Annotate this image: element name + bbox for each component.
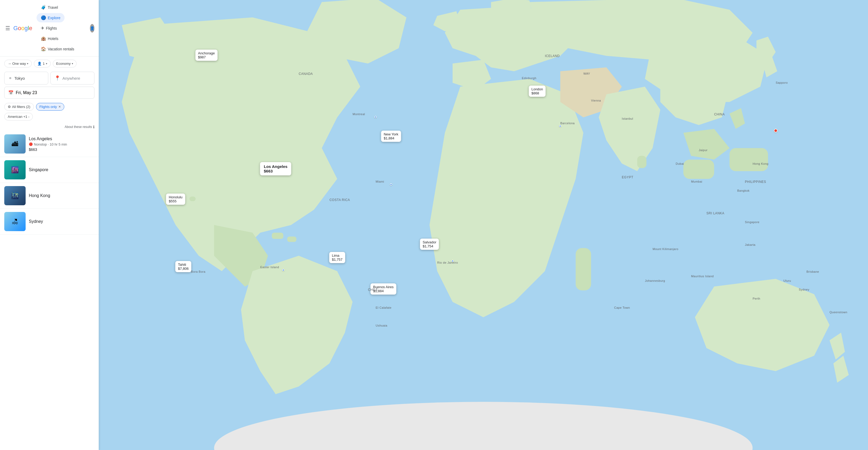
pin-city-los-angeles: Los Angeles bbox=[264, 164, 287, 169]
date-value: Fri, May 23 bbox=[16, 90, 37, 95]
pin-price-anchorage: $987 bbox=[198, 55, 215, 59]
pin-city-tahiti: Tahiti bbox=[178, 263, 186, 266]
destination-value: Anywhere bbox=[62, 76, 80, 81]
nav-tabs: 🧳 Travel 🔵 Explore ✈ Flights 🏨 Hotels 🏠 … bbox=[36, 3, 88, 54]
pin-city-lima: Lima bbox=[332, 254, 339, 258]
pin-city-honolulu: Honolulu bbox=[169, 195, 182, 199]
user-avatar[interactable]: 👤 bbox=[90, 24, 94, 33]
origin-field[interactable]: ⚬ Tokyo bbox=[4, 72, 48, 85]
trip-type-selector[interactable]: → One way ▾ bbox=[4, 60, 32, 67]
map-dot-barcelona bbox=[559, 125, 561, 127]
hotels-icon: 🏨 bbox=[41, 36, 46, 41]
destination-field[interactable]: 📍 Anywhere bbox=[51, 72, 94, 85]
result-meta-los-angeles: 🔴 Nonstop · 10 hr 5 min bbox=[29, 142, 94, 147]
remove-flights-only-icon[interactable]: ✕ bbox=[58, 105, 61, 108]
result-city-name: Sydney bbox=[29, 219, 94, 224]
result-price-los-angeles: $663 bbox=[29, 148, 94, 152]
map-dot-rio bbox=[452, 260, 454, 262]
result-thumb-sydney: 🏖 bbox=[4, 212, 26, 231]
result-info-los-angeles: Los Angeles 🔴 Nonstop · 10 hr 5 min $663 bbox=[29, 136, 94, 152]
results-list: 🏙 Los Angeles 🔴 Nonstop · 10 hr 5 min $6… bbox=[0, 131, 99, 450]
vacation-icon: 🏠 bbox=[41, 46, 46, 52]
cabin-dropdown-icon: ▾ bbox=[72, 62, 73, 65]
flights-only-filter[interactable]: Flights only ✕ bbox=[36, 103, 65, 110]
origin-destination-row: ⚬ Tokyo 📍 Anywhere bbox=[4, 72, 94, 85]
map-pin-new-york[interactable]: New York $1,884 bbox=[381, 131, 401, 142]
svg-rect-9 bbox=[637, 156, 647, 168]
top-nav: ☰ Google 🧳 Travel 🔵 Explore ✈ Flights 🏨 … bbox=[0, 0, 99, 57]
map-pin-lima[interactable]: Lima $1,757 bbox=[329, 252, 345, 263]
svg-rect-4 bbox=[683, 160, 714, 179]
about-results: About these results ℹ bbox=[0, 123, 99, 131]
pin-price-london: $868 bbox=[531, 91, 543, 95]
result-thumb-hong-kong: 🌃 bbox=[4, 186, 26, 205]
all-filters-button[interactable]: ⚙ All filters (2) bbox=[4, 103, 34, 110]
result-card-singapore[interactable]: 🌆 Singapore bbox=[0, 157, 99, 183]
result-thumb-los-angeles: 🏙 bbox=[4, 134, 26, 154]
google-logo: Google bbox=[13, 25, 32, 32]
map-pin-buenos-aires[interactable]: Buenos Aires $1,884 bbox=[371, 283, 396, 295]
map-pin-london[interactable]: London $868 bbox=[529, 86, 546, 97]
flights-icon: ✈ bbox=[41, 26, 44, 31]
pin-price-los-angeles: $663 bbox=[264, 169, 287, 173]
svg-rect-2 bbox=[272, 233, 283, 239]
airline-icon: 🔴 bbox=[29, 142, 33, 146]
map-pin-honolulu[interactable]: Honolulu $555 bbox=[166, 194, 185, 205]
svg-rect-8 bbox=[189, 196, 195, 201]
map-pin-tahiti[interactable]: Tahiti $7,806 bbox=[175, 261, 191, 272]
tab-flights[interactable]: ✈ Flights bbox=[36, 24, 61, 33]
person-icon: 👤 bbox=[37, 62, 41, 66]
tab-travel[interactable]: 🧳 Travel bbox=[36, 3, 62, 12]
info-icon[interactable]: ℹ bbox=[93, 125, 94, 129]
pin-price-tahiti: $7,806 bbox=[178, 266, 189, 270]
origin-icon: ⚬ bbox=[8, 75, 12, 81]
pin-price-lima: $1,757 bbox=[332, 258, 342, 261]
one-way-arrow: → bbox=[8, 62, 11, 66]
result-city-name: Los Angeles bbox=[29, 136, 94, 141]
pin-price-honolulu: $555 bbox=[169, 199, 182, 203]
map-pin-los-angeles[interactable]: Los Angeles $663 bbox=[260, 162, 291, 175]
svg-rect-5 bbox=[730, 148, 768, 171]
tab-explore[interactable]: 🔵 Explore bbox=[36, 13, 65, 22]
result-card-sydney[interactable]: 🏖 Sydney bbox=[0, 209, 99, 234]
american-filter[interactable]: American +1 › bbox=[4, 113, 33, 121]
map-pin-anchorage[interactable]: Anchorage $987 bbox=[195, 50, 217, 61]
result-info-hong-kong: Hong Kong bbox=[29, 193, 94, 198]
pin-city-anchorage: Anchorage bbox=[198, 51, 215, 55]
result-info-singapore: Singapore bbox=[29, 167, 94, 172]
sliders-icon: ⚙ bbox=[8, 105, 11, 109]
result-card-los-angeles[interactable]: 🏙 Los Angeles 🔴 Nonstop · 10 hr 5 min $6… bbox=[0, 131, 99, 157]
pin-price-salvador: $1,754 bbox=[423, 244, 436, 248]
date-field[interactable]: 📅 Fri, May 23 bbox=[4, 87, 94, 99]
passengers-selector[interactable]: 👤 1 ▾ bbox=[34, 60, 51, 67]
origin-value: Tokyo bbox=[14, 76, 25, 81]
map-dot-montreal bbox=[374, 116, 377, 118]
world-map[interactable]: Anchorage $987 Honolulu $555 Los Angeles… bbox=[99, 0, 868, 450]
cabin-class-selector[interactable]: Economy ▾ bbox=[53, 60, 76, 67]
search-inputs: ⚬ Tokyo 📍 Anywhere 📅 Fri, May 23 bbox=[0, 70, 99, 101]
result-city-name: Hong Kong bbox=[29, 193, 94, 198]
pin-city-salvador: Salvador bbox=[423, 240, 436, 244]
calendar-icon: 📅 bbox=[8, 90, 13, 95]
result-card-hong-kong[interactable]: 🌃 Hong Kong bbox=[0, 183, 99, 209]
passengers-dropdown-icon: ▾ bbox=[46, 62, 47, 65]
trip-type-dropdown-icon: ▾ bbox=[27, 62, 28, 65]
svg-rect-6 bbox=[576, 248, 591, 291]
map-dot-easter-island bbox=[282, 269, 284, 271]
travel-icon: 🧳 bbox=[41, 5, 46, 10]
pin-city-london: London bbox=[531, 87, 543, 91]
result-info-sydney: Sydney bbox=[29, 219, 94, 224]
hamburger-menu[interactable]: ☰ bbox=[4, 24, 11, 33]
american-expand-icon: › bbox=[28, 115, 29, 118]
left-panel: ☰ Google 🧳 Travel 🔵 Explore ✈ Flights 🏨 … bbox=[0, 0, 99, 450]
map-pin-salvador[interactable]: Salvador $1,754 bbox=[420, 238, 439, 250]
tab-hotels[interactable]: 🏨 Hotels bbox=[36, 34, 63, 43]
destination-icon: 📍 bbox=[54, 75, 60, 81]
explore-icon: 🔵 bbox=[41, 15, 46, 20]
pin-price-new-york: $1,884 bbox=[383, 136, 398, 140]
map-dot-miami bbox=[390, 184, 392, 186]
pin-city-new-york: New York bbox=[383, 132, 398, 136]
result-thumb-singapore: 🌆 bbox=[4, 160, 26, 180]
tab-vacation-rentals[interactable]: 🏠 Vacation rentals bbox=[36, 44, 79, 54]
result-city-name: Singapore bbox=[29, 167, 94, 172]
